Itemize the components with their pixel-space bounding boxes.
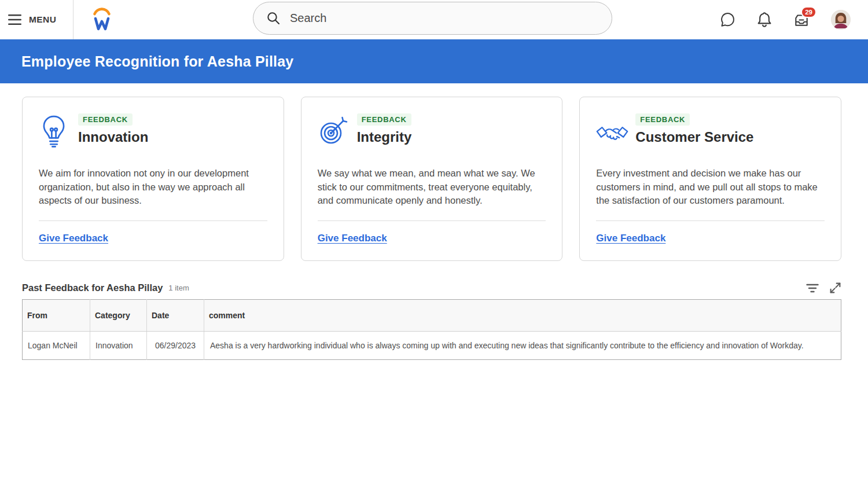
expand-grid-button[interactable] — [829, 282, 841, 294]
past-feedback-title: Past Feedback for Aesha Pillay — [22, 282, 163, 293]
feedback-card-customer-service: FEEDBACK Customer Service Every investme… — [579, 97, 841, 261]
feedback-badge: FEEDBACK — [635, 113, 690, 126]
past-feedback-header: Past Feedback for Aesha Pillay 1 item — [22, 282, 841, 294]
handshake-icon — [596, 115, 626, 148]
inbox-count-badge: 29 — [801, 6, 816, 18]
card-title: Customer Service — [635, 129, 753, 145]
filter-icon — [806, 283, 819, 293]
give-feedback-link[interactable]: Give Feedback — [596, 233, 665, 244]
topbar: MENU — [0, 0, 868, 39]
lightbulb-icon — [39, 115, 69, 148]
notifications-button[interactable] — [757, 12, 772, 28]
card-titles: FEEDBACK Customer Service — [635, 113, 753, 145]
inbox-button[interactable]: 29 — [793, 12, 810, 28]
cell-date: 06/29/2023 — [147, 332, 204, 360]
feedback-cards: FEEDBACK Innovation We aim for innovatio… — [22, 97, 841, 261]
chat-icon — [720, 12, 735, 28]
card-divider — [596, 220, 825, 221]
cell-category: Innovation — [90, 332, 147, 360]
topbar-icons: 29 — [720, 0, 851, 39]
menu-button[interactable]: MENU — [8, 0, 56, 39]
give-feedback-link[interactable]: Give Feedback — [39, 233, 108, 244]
search-bar — [253, 2, 612, 35]
column-header-category[interactable]: Category — [90, 300, 147, 332]
main-content: FEEDBACK Innovation We aim for innovatio… — [0, 97, 868, 360]
past-feedback-table: From Category Date comment Logan McNeil … — [22, 299, 841, 360]
column-header-date[interactable]: Date — [147, 300, 204, 332]
target-icon — [318, 115, 348, 148]
column-header-from[interactable]: From — [23, 300, 90, 332]
cell-comment: Aesha is a very hardworking individual w… — [204, 332, 841, 360]
card-divider — [318, 220, 546, 221]
column-header-comment[interactable]: comment — [204, 300, 841, 332]
feedback-badge: FEEDBACK — [357, 113, 411, 126]
card-titles: FEEDBACK Integrity — [357, 113, 412, 145]
expand-icon — [829, 282, 841, 294]
chat-button[interactable] — [720, 12, 735, 28]
card-description: We say what we mean, and mean what we sa… — [318, 167, 546, 208]
table-row[interactable]: Logan McNeil Innovation 06/29/2023 Aesha… — [23, 332, 841, 360]
table-header-row: From Category Date comment — [23, 300, 841, 332]
card-head: FEEDBACK Innovation — [39, 115, 267, 148]
item-count: 1 item — [168, 284, 189, 292]
card-titles: FEEDBACK Innovation — [78, 113, 148, 145]
menu-label: MENU — [29, 14, 56, 25]
bell-icon — [757, 12, 772, 28]
workday-logo-icon[interactable] — [91, 6, 113, 33]
page-header: Employee Recognition for Aesha Pillay — [0, 39, 868, 83]
page-title: Employee Recognition for Aesha Pillay — [21, 53, 293, 70]
search-input[interactable] — [290, 12, 612, 25]
card-divider — [39, 220, 267, 221]
give-feedback-link[interactable]: Give Feedback — [318, 233, 387, 244]
feedback-card-innovation: FEEDBACK Innovation We aim for innovatio… — [22, 97, 284, 261]
search-icon — [267, 12, 280, 25]
topbar-divider — [73, 0, 73, 39]
hamburger-icon — [8, 14, 21, 25]
feedback-badge: FEEDBACK — [78, 113, 133, 126]
card-title: Integrity — [357, 129, 412, 145]
card-head: FEEDBACK Customer Service — [596, 115, 825, 148]
card-description: Every investment and decision we make ha… — [596, 167, 825, 208]
filter-button[interactable] — [806, 283, 819, 293]
card-title: Innovation — [78, 129, 148, 145]
card-description: We aim for innovation not ony in our dev… — [39, 167, 267, 208]
feedback-card-integrity: FEEDBACK Integrity We say what we mean, … — [301, 97, 563, 261]
profile-avatar[interactable] — [831, 10, 851, 30]
card-head: FEEDBACK Integrity — [318, 115, 546, 148]
cell-from: Logan McNeil — [23, 332, 90, 360]
